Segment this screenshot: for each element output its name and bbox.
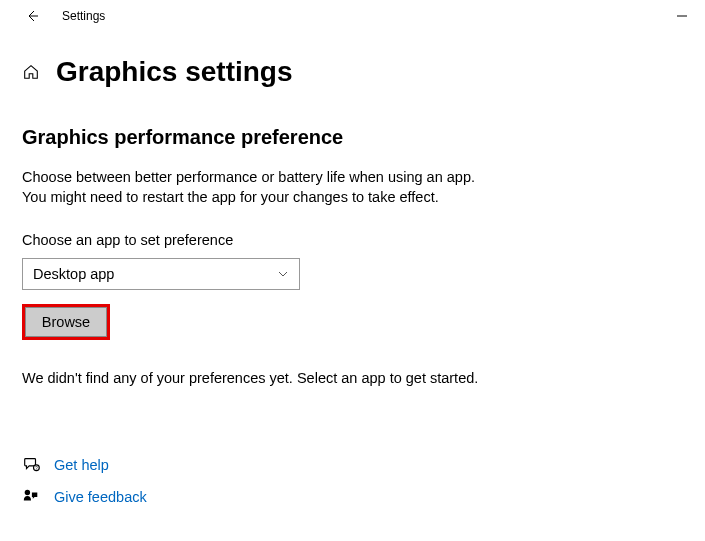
give-feedback-text: Give feedback <box>54 489 147 505</box>
titlebar: Settings <box>0 0 705 32</box>
description-line-2: You might need to restart the app for yo… <box>22 187 683 207</box>
status-text: We didn't find any of your preferences y… <box>22 370 683 386</box>
svg-point-3 <box>25 489 30 494</box>
page-header: Graphics settings <box>22 56 683 88</box>
section-heading: Graphics performance preference <box>22 126 683 149</box>
browse-highlight: Browse <box>22 304 110 340</box>
section-description: Choose between better performance or bat… <box>22 167 683 208</box>
get-help-link[interactable]: ? Get help <box>22 456 683 474</box>
dropdown-selected-value: Desktop app <box>33 266 114 282</box>
minimize-icon <box>677 11 687 21</box>
window-title: Settings <box>62 9 105 23</box>
dropdown-label: Choose an app to set preference <box>22 232 683 248</box>
minimize-button[interactable] <box>659 0 705 32</box>
feedback-icon <box>22 488 40 506</box>
description-line-1: Choose between better performance or bat… <box>22 167 683 187</box>
page-title: Graphics settings <box>56 56 293 88</box>
home-icon[interactable] <box>22 63 40 81</box>
app-type-dropdown[interactable]: Desktop app <box>22 258 300 290</box>
chat-icon: ? <box>22 456 40 474</box>
content-area: Graphics settings Graphics performance p… <box>0 32 705 506</box>
window-controls <box>659 0 705 32</box>
back-button[interactable] <box>16 0 48 32</box>
get-help-text: Get help <box>54 457 109 473</box>
browse-button[interactable]: Browse <box>25 307 107 337</box>
arrow-left-icon <box>24 8 40 24</box>
give-feedback-link[interactable]: Give feedback <box>22 488 683 506</box>
chevron-down-icon <box>277 268 289 280</box>
